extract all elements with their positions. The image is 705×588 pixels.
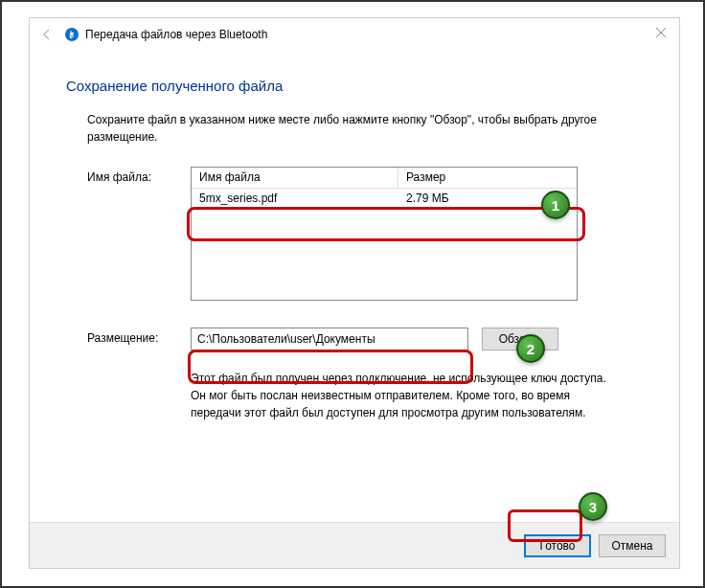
location-row: Размещение: Обзор... (87, 328, 643, 351)
back-arrow-icon[interactable] (37, 25, 57, 44)
dialog-footer: Готово Отмена (30, 522, 679, 568)
annotation-badge-1: 1 (541, 191, 570, 219)
col-header-size[interactable]: Размер (398, 168, 577, 188)
file-list[interactable]: Имя файла Размер 5mx_series.pdf 2.79 МБ (191, 167, 578, 301)
path-input[interactable] (191, 328, 468, 351)
security-warning: Этот файл был получен через подключение,… (191, 370, 622, 421)
page-heading: Сохранение полученного файла (66, 78, 643, 94)
annotation-badge-2: 2 (516, 334, 545, 363)
window-title: Передача файлов через Bluetooth (85, 28, 267, 41)
content-area: Сохранение полученного файла Сохраните ф… (30, 51, 679, 421)
titlebar: Передача файлов через Bluetooth (30, 18, 679, 51)
location-label: Размещение: (87, 328, 191, 345)
done-button[interactable]: Готово (524, 534, 591, 557)
bluetooth-icon (64, 27, 80, 42)
filename-label: Имя файла: (87, 167, 191, 184)
close-button[interactable] (652, 24, 670, 41)
list-header: Имя файла Размер (192, 168, 577, 189)
col-header-name[interactable]: Имя файла (192, 168, 398, 188)
bluetooth-transfer-dialog: Передача файлов через Bluetooth Сохранен… (29, 17, 680, 569)
cancel-button[interactable]: Отмена (599, 534, 666, 557)
annotation-badge-3: 3 (579, 492, 607, 521)
file-name-cell: 5mx_series.pdf (192, 189, 398, 210)
instruction-text: Сохраните файл в указанном ниже месте ли… (87, 111, 624, 146)
file-row[interactable]: 5mx_series.pdf 2.79 МБ (192, 189, 577, 210)
filename-row: Имя файла: Имя файла Размер 5mx_series.p… (87, 167, 643, 301)
